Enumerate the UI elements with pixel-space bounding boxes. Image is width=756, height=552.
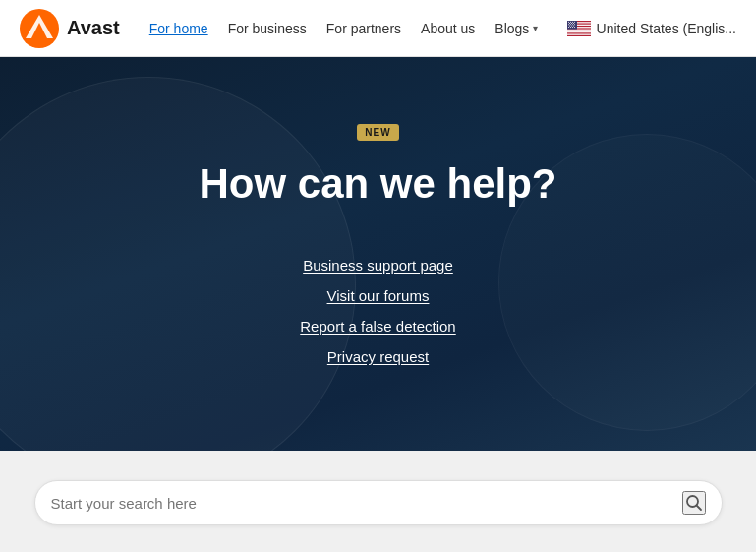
- search-bar: [34, 480, 723, 525]
- nav-for-partners[interactable]: For partners: [326, 21, 401, 36]
- logo-text: Avast: [67, 17, 120, 39]
- visit-forums-link[interactable]: Visit our forums: [327, 287, 430, 304]
- flag-icon: [567, 21, 591, 36]
- svg-point-15: [573, 23, 574, 24]
- nav-blogs[interactable]: Blogs ▾: [494, 21, 538, 36]
- search-button[interactable]: [682, 491, 706, 515]
- svg-point-16: [568, 24, 569, 25]
- svg-rect-6: [567, 31, 591, 32]
- hero-links: Business support page Visit our forums R…: [300, 257, 455, 365]
- search-input[interactable]: [51, 495, 682, 512]
- nav-for-home[interactable]: For home: [149, 21, 208, 36]
- search-section: [0, 451, 756, 552]
- svg-rect-5: [567, 29, 591, 30]
- hero-title: How can we help?: [199, 160, 556, 208]
- nav-about-us[interactable]: About us: [421, 21, 475, 36]
- svg-point-13: [569, 23, 570, 24]
- report-false-detection-link[interactable]: Report a false detection: [300, 318, 455, 335]
- svg-rect-7: [567, 33, 591, 34]
- svg-point-20: [569, 25, 570, 26]
- svg-point-14: [571, 23, 572, 24]
- svg-point-24: [570, 26, 571, 27]
- avast-logo-icon: [20, 9, 59, 48]
- svg-point-18: [572, 24, 573, 25]
- search-icon: [684, 493, 704, 513]
- svg-point-21: [571, 25, 572, 26]
- svg-point-19: [574, 24, 575, 25]
- chevron-down-icon: ▾: [533, 23, 538, 33]
- locale-selector[interactable]: United States (Englis...: [567, 21, 736, 36]
- svg-line-28: [696, 506, 701, 511]
- svg-point-26: [574, 26, 575, 27]
- header: Avast For home For business For partners…: [0, 0, 756, 57]
- svg-point-25: [572, 26, 573, 27]
- svg-point-11: [572, 21, 573, 22]
- nav-for-business[interactable]: For business: [228, 21, 307, 36]
- logo[interactable]: Avast: [20, 9, 120, 48]
- svg-point-10: [570, 21, 571, 22]
- svg-point-17: [570, 24, 571, 25]
- svg-point-22: [573, 25, 574, 26]
- locale-text: United States (Englis...: [597, 21, 736, 36]
- svg-point-12: [574, 21, 575, 22]
- new-badge: NEW: [357, 124, 398, 141]
- business-support-link[interactable]: Business support page: [303, 257, 453, 274]
- svg-point-9: [568, 21, 569, 22]
- privacy-request-link[interactable]: Privacy request: [327, 348, 429, 365]
- hero-section: NEW How can we help? Business support pa…: [0, 57, 756, 451]
- main-nav: For home For business For partners About…: [149, 21, 567, 36]
- svg-point-23: [568, 26, 569, 27]
